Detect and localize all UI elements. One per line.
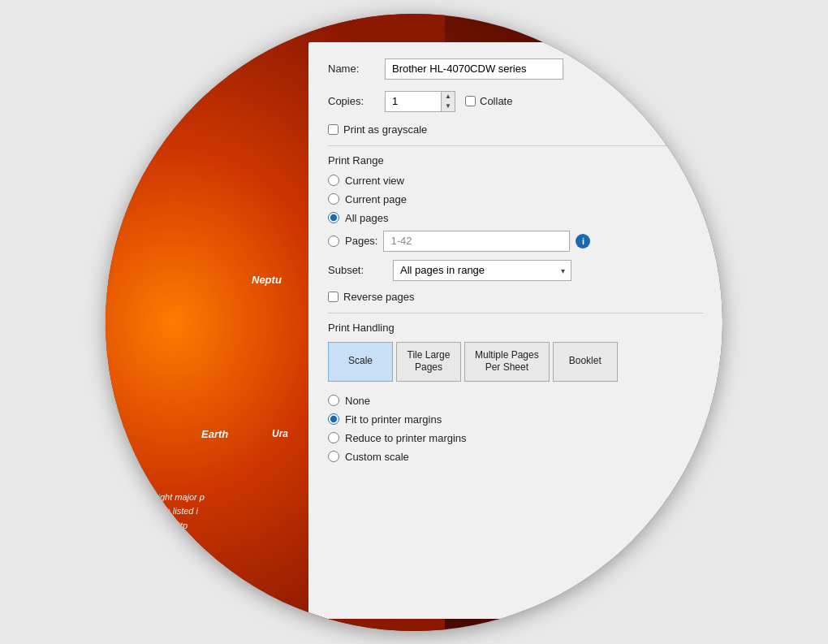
- subset-label: Subset:: [328, 264, 385, 276]
- pages-row: Pages: i: [328, 231, 703, 252]
- current-page-radio[interactable]: [328, 193, 339, 205]
- reduce-row: Reduce to printer margins: [328, 432, 703, 444]
- printer-name-input[interactable]: [385, 58, 563, 80]
- print-dialog-panel: Name: Copies: ▲ ▼ Collate Print as grays…: [308, 42, 722, 619]
- reverse-pages-label: Reverse pages: [343, 291, 414, 303]
- earth-label: Earth: [201, 428, 228, 440]
- custom-scale-radio[interactable]: [328, 451, 339, 462]
- main-circle: Su ry Venus Neptu Earth Ura the eight ma…: [106, 14, 722, 631]
- copies-row: Copies: ▲ ▼ Collate: [328, 91, 703, 112]
- reduce-printer-label: Reduce to printer margins: [345, 432, 467, 444]
- none-label: None: [345, 395, 370, 407]
- none-radio[interactable]: [328, 395, 339, 406]
- grayscale-row: Print as grayscale: [328, 123, 703, 136]
- radio-current-page: Current page: [328, 193, 703, 205]
- fit-row: Fit to printer margins: [328, 413, 703, 426]
- handling-buttons-group: Scale Tile LargePages Multiple PagesPer …: [328, 342, 703, 382]
- fit-printer-radio[interactable]: [328, 413, 339, 425]
- bottom-text-line3: SA/JPL; http: [138, 519, 325, 534]
- divider-1: [328, 145, 703, 146]
- pages-label: Pages:: [345, 235, 377, 247]
- collate-row: Collate: [465, 95, 512, 107]
- pages-radio[interactable]: [328, 236, 339, 247]
- radio-current-view: Current view: [328, 175, 703, 187]
- current-page-label: Current page: [345, 193, 407, 205]
- all-pages-label: All pages: [345, 212, 388, 224]
- copies-down-button[interactable]: ▼: [442, 102, 455, 111]
- fit-printer-label: Fit to printer margins: [345, 413, 442, 426]
- tile-large-pages-button[interactable]: Tile LargePages: [396, 342, 461, 382]
- info-icon-letter: i: [582, 236, 584, 246]
- grayscale-checkbox[interactable]: [328, 124, 339, 135]
- scale-options: None Fit to printer margins Reduce to pr…: [328, 395, 703, 463]
- divider-2: [328, 313, 703, 313]
- grayscale-label: Print as grayscale: [343, 123, 427, 136]
- uranus-label: Ura: [272, 428, 288, 439]
- pages-info-icon[interactable]: i: [576, 234, 590, 249]
- copies-label: Copies:: [328, 95, 385, 107]
- reduce-printer-radio[interactable]: [328, 432, 339, 443]
- scale-button[interactable]: Scale: [328, 342, 393, 382]
- custom-row: Custom scale: [328, 451, 703, 463]
- none-row: None: [328, 395, 703, 407]
- current-view-radio[interactable]: [328, 175, 339, 186]
- copies-up-button[interactable]: ▲: [442, 92, 455, 102]
- neptune-label: Neptu: [252, 274, 282, 286]
- multiple-pages-per-sheet-button[interactable]: Multiple PagesPer Sheet: [464, 342, 550, 382]
- collate-checkbox[interactable]: [465, 96, 476, 106]
- reverse-pages-checkbox[interactable]: [328, 292, 339, 302]
- collate-label: Collate: [480, 95, 512, 107]
- booklet-button[interactable]: Booklet: [553, 342, 618, 382]
- print-handling-title: Print Handling: [328, 322, 703, 334]
- radio-all-pages: All pages: [328, 212, 703, 224]
- name-row: Name:: [328, 58, 703, 80]
- copies-input[interactable]: [385, 91, 442, 112]
- reverse-row: Reverse pages: [328, 291, 703, 303]
- bottom-text-line2: eets are listed i: [138, 504, 325, 519]
- custom-scale-label: Custom scale: [345, 451, 409, 463]
- current-view-label: Current view: [345, 175, 404, 187]
- subset-row: Subset: All pages in range Even pages on…: [328, 260, 703, 281]
- bottom-text-line1: the eight major p: [138, 491, 325, 505]
- subset-select-wrapper: All pages in range Even pages only Odd p…: [393, 260, 571, 281]
- subset-select[interactable]: All pages in range Even pages only Odd p…: [393, 260, 571, 281]
- pages-range-input[interactable]: [383, 231, 570, 252]
- name-label: Name:: [328, 63, 385, 75]
- print-range-title: Print Range: [328, 154, 703, 166]
- copies-spinner: ▲ ▼: [442, 91, 455, 112]
- bottom-text: the eight major p eets are listed i SA/J…: [138, 491, 325, 534]
- all-pages-radio[interactable]: [328, 212, 339, 223]
